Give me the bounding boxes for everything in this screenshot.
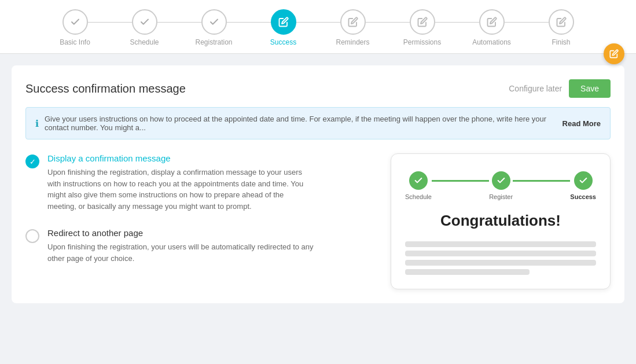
placeholder-line-1 xyxy=(405,251,596,256)
options-left: Display a confirmation message Upon fini… xyxy=(25,153,367,289)
preview-step-label-0: Schedule xyxy=(405,193,432,200)
option2-text: Redirect to another page Upon finishing … xyxy=(47,228,314,264)
progress-line-1 xyxy=(513,180,570,182)
placeholder-line-3 xyxy=(405,269,530,275)
step-circle-reminders xyxy=(340,9,366,35)
configure-later-button[interactable]: Configure later xyxy=(509,84,562,93)
options-section: Display a confirmation message Upon fini… xyxy=(25,153,611,289)
preview-step-0: Schedule xyxy=(405,171,432,200)
floating-edit-button[interactable] xyxy=(604,43,624,64)
option-display-message[interactable]: Display a confirmation message Upon fini… xyxy=(25,153,367,212)
preview-dot-1 xyxy=(492,171,510,190)
preview-dot-2 xyxy=(574,171,593,190)
step-basic-info[interactable]: Basic Info xyxy=(41,9,110,46)
step-label-schedule: Schedule xyxy=(130,38,159,46)
step-circle-registration xyxy=(201,9,227,35)
progress-steps: ScheduleRegisterSuccess xyxy=(405,171,596,200)
option1-description: Upon finishing the registration, display… xyxy=(47,167,314,212)
card-title: Success confirmation message xyxy=(25,82,186,95)
radio-option1[interactable] xyxy=(25,155,39,168)
preview-dot-0 xyxy=(409,171,428,190)
preview-step-2: Success xyxy=(570,171,596,200)
read-more-link[interactable]: Read More xyxy=(563,119,601,128)
option2-title: Redirect to another page xyxy=(47,228,314,238)
save-button[interactable]: Save xyxy=(569,79,611,98)
step-label-success: Success xyxy=(270,38,296,46)
card-header: Success confirmation message Configure l… xyxy=(25,79,611,98)
option1-text: Display a confirmation message Upon fini… xyxy=(47,153,314,212)
step-schedule[interactable]: Schedule xyxy=(110,9,179,46)
step-automations[interactable]: Automations xyxy=(457,9,527,46)
placeholder-line-2 xyxy=(405,260,596,266)
step-circle-schedule xyxy=(132,9,157,35)
step-circle-success xyxy=(271,9,296,35)
step-circle-automations xyxy=(479,9,505,35)
step-label-finish: Finish xyxy=(552,38,570,46)
step-label-permissions: Permissions xyxy=(403,38,441,46)
stepper: Basic InfoScheduleRegistrationSuccessRem… xyxy=(0,0,636,54)
congratulations-text: Congratulations! xyxy=(405,212,596,230)
step-label-reminders: Reminders xyxy=(336,38,369,46)
preview-step-label-1: Register xyxy=(489,193,513,200)
info-icon: ℹ xyxy=(35,118,39,129)
preview-card: ScheduleRegisterSuccess Congratulations! xyxy=(391,153,611,289)
preview-step-1: Register xyxy=(489,171,513,200)
step-label-basic-info: Basic Info xyxy=(60,38,90,46)
step-label-automations: Automations xyxy=(472,38,511,46)
step-permissions[interactable]: Permissions xyxy=(388,9,457,46)
info-banner: ℹ Give your users instructions on how to… xyxy=(25,107,611,139)
radio-option2[interactable] xyxy=(25,229,39,243)
main-card: Success confirmation message Configure l… xyxy=(12,65,624,303)
card-actions: Configure later Save xyxy=(509,79,611,98)
step-label-registration: Registration xyxy=(195,38,232,46)
step-registration[interactable]: Registration xyxy=(179,9,249,46)
progress-line-0 xyxy=(432,180,489,182)
step-circle-finish xyxy=(549,9,574,35)
step-circle-basic-info xyxy=(63,9,88,35)
placeholder-line-0 xyxy=(405,241,596,247)
option-redirect[interactable]: Redirect to another page Upon finishing … xyxy=(25,228,367,264)
step-success[interactable]: Success xyxy=(249,9,318,46)
main-content: Success confirmation message Configure l… xyxy=(0,54,636,315)
placeholder-lines xyxy=(405,241,596,275)
step-circle-permissions xyxy=(410,9,435,35)
option1-title: Display a confirmation message xyxy=(47,153,314,163)
step-reminders[interactable]: Reminders xyxy=(318,9,388,46)
preview-step-label-2: Success xyxy=(570,193,596,200)
step-finish[interactable]: Finish xyxy=(527,9,596,46)
option2-description: Upon finishing the registration, your us… xyxy=(47,241,314,264)
info-banner-text: Give your users instructions on how to p… xyxy=(45,115,557,132)
